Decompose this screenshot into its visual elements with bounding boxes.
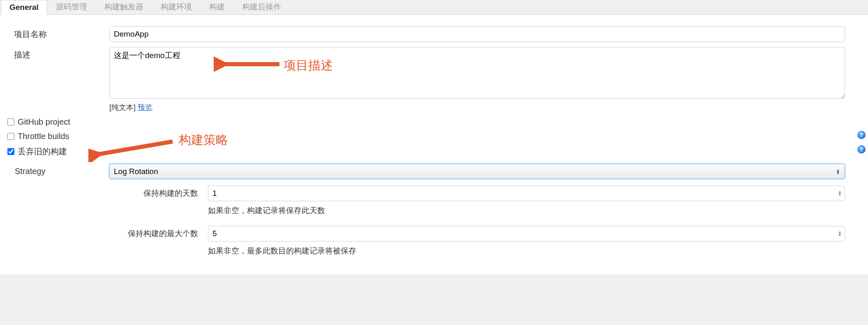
project-name-input[interactable] — [109, 26, 845, 42]
label-max-builds: 保持构建的最大个数 — [7, 228, 208, 239]
days-to-keep-help: 如果非空，构建记录将保存此天数 — [7, 201, 861, 222]
github-project-checkbox[interactable] — [7, 118, 14, 125]
tab-build-env[interactable]: 构建环境 — [152, 0, 201, 15]
row-discard-old-builds: 丢弃旧的构建 ? — [0, 144, 868, 160]
tab-build[interactable]: 构建 — [201, 0, 233, 15]
label-description: 描述 — [7, 47, 109, 60]
description-mode-footer: [纯文本] 预览 — [109, 102, 845, 112]
discard-old-builds-checkbox[interactable] — [7, 148, 14, 155]
tab-triggers[interactable]: 构建触发器 — [96, 0, 152, 15]
max-builds-help: 如果非空，最多此数目的构建记录将被保存 — [7, 241, 861, 262]
label-project-name: 项目名称 — [7, 26, 109, 40]
tab-general[interactable]: General — [1, 0, 47, 15]
help-icon[interactable]: ? — [857, 131, 866, 139]
row-github-project: GitHub project — [0, 115, 868, 129]
config-tabbar: General 源码管理 构建触发器 构建环境 构建 构建后操作 — [0, 0, 868, 15]
discard-old-builds-label: 丢弃旧的构建 — [18, 146, 67, 157]
days-to-keep-input[interactable] — [208, 186, 845, 201]
throttle-builds-label: Throttle builds — [18, 132, 69, 141]
github-project-label: GitHub project — [18, 117, 70, 127]
throttle-builds-checkbox[interactable] — [7, 133, 14, 140]
form-body: 项目名称 描述 这是一个demo工程 [纯文本] 预览 GitHub proje… — [0, 15, 868, 274]
label-strategy: Strategy — [7, 167, 109, 176]
tab-scm[interactable]: 源码管理 — [47, 0, 96, 15]
row-throttle-builds: Throttle builds ? — [0, 129, 868, 144]
desc-preview-link[interactable]: 预览 — [138, 103, 152, 111]
help-icon[interactable]: ? — [857, 145, 866, 153]
discard-strategy-block: Strategy Log Rotation ▲▼ 保持构建的天数 ▲▼ 如果非空… — [0, 160, 868, 262]
desc-mode-plain: [纯文本] — [109, 103, 138, 111]
description-textarea[interactable]: 这是一个demo工程 — [109, 47, 845, 99]
row-project-name: 项目名称 — [0, 24, 868, 44]
row-description: 描述 这是一个demo工程 [纯文本] 预览 — [0, 44, 868, 115]
strategy-select[interactable]: Log Rotation — [109, 164, 845, 179]
label-days-to-keep: 保持构建的天数 — [7, 188, 208, 199]
max-builds-input[interactable] — [208, 226, 845, 241]
tab-post-build[interactable]: 构建后操作 — [233, 0, 290, 15]
